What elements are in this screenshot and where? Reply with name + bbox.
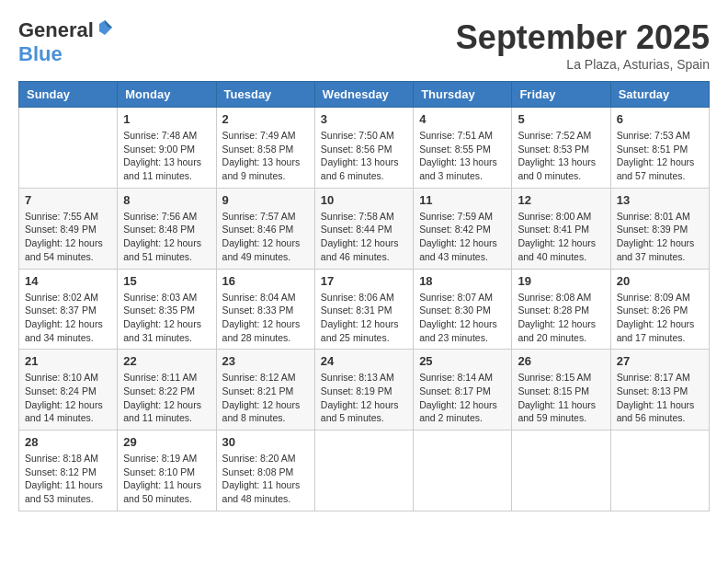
logo-blue: Blue (18, 42, 63, 65)
calendar-cell: 22Sunrise: 8:11 AM Sunset: 8:22 PM Dayli… (118, 350, 216, 431)
calendar-cell: 28Sunrise: 8:18 AM Sunset: 8:12 PM Dayli… (19, 431, 118, 511)
day-info: Sunrise: 8:20 AM Sunset: 8:08 PM Dayligh… (222, 452, 309, 506)
day-number: 7 (25, 193, 111, 207)
day-info: Sunrise: 8:06 AM Sunset: 8:31 PM Dayligh… (321, 291, 407, 345)
header-wednesday: Wednesday (314, 82, 413, 108)
day-number: 18 (419, 274, 506, 288)
day-info: Sunrise: 8:09 AM Sunset: 8:26 PM Dayligh… (617, 291, 703, 345)
calendar-cell: 18Sunrise: 8:07 AM Sunset: 8:30 PM Dayli… (414, 269, 512, 350)
logo-general: General (18, 18, 94, 41)
day-info: Sunrise: 7:50 AM Sunset: 8:56 PM Dayligh… (321, 129, 407, 183)
day-info: Sunrise: 8:18 AM Sunset: 8:12 PM Dayligh… (25, 452, 111, 506)
calendar-cell: 13Sunrise: 8:01 AM Sunset: 8:39 PM Dayli… (610, 188, 709, 269)
day-info: Sunrise: 8:02 AM Sunset: 8:37 PM Dayligh… (25, 291, 111, 345)
calendar-cell: 5Sunrise: 7:52 AM Sunset: 8:53 PM Daylig… (512, 108, 610, 189)
day-info: Sunrise: 8:03 AM Sunset: 8:35 PM Dayligh… (123, 291, 210, 345)
day-info: Sunrise: 8:19 AM Sunset: 8:10 PM Dayligh… (123, 452, 210, 506)
day-number: 11 (419, 193, 506, 207)
header: General Blue September 2025 La Plaza, As… (18, 18, 710, 72)
day-info: Sunrise: 7:59 AM Sunset: 8:42 PM Dayligh… (419, 210, 506, 264)
calendar-cell: 30Sunrise: 8:20 AM Sunset: 8:08 PM Dayli… (216, 431, 314, 511)
calendar-cell: 27Sunrise: 8:17 AM Sunset: 8:13 PM Dayli… (610, 350, 709, 431)
calendar-cell: 23Sunrise: 8:12 AM Sunset: 8:21 PM Dayli… (216, 350, 314, 431)
header-saturday: Saturday (610, 82, 709, 108)
calendar-cell: 2Sunrise: 7:49 AM Sunset: 8:58 PM Daylig… (216, 108, 314, 189)
week-row-5: 28Sunrise: 8:18 AM Sunset: 8:12 PM Dayli… (19, 431, 710, 511)
day-info: Sunrise: 7:51 AM Sunset: 8:55 PM Dayligh… (419, 129, 506, 183)
day-info: Sunrise: 7:53 AM Sunset: 8:51 PM Dayligh… (617, 129, 703, 183)
calendar-cell: 20Sunrise: 8:09 AM Sunset: 8:26 PM Dayli… (610, 269, 709, 350)
calendar-cell (414, 431, 512, 511)
calendar-cell: 26Sunrise: 8:15 AM Sunset: 8:15 PM Dayli… (512, 350, 610, 431)
day-info: Sunrise: 8:13 AM Sunset: 8:19 PM Dayligh… (321, 371, 407, 425)
day-number: 5 (518, 112, 604, 126)
location: La Plaza, Asturias, Spain (456, 57, 710, 72)
day-number: 3 (321, 112, 407, 126)
day-number: 15 (123, 274, 210, 288)
day-number: 22 (123, 354, 210, 368)
day-info: Sunrise: 8:01 AM Sunset: 8:39 PM Dayligh… (617, 210, 703, 264)
month-title: September 2025 (456, 18, 710, 57)
day-number: 14 (25, 274, 111, 288)
day-info: Sunrise: 8:10 AM Sunset: 8:24 PM Dayligh… (25, 371, 111, 425)
calendar-table: SundayMondayTuesdayWednesdayThursdayFrid… (18, 81, 710, 511)
calendar-cell: 21Sunrise: 8:10 AM Sunset: 8:24 PM Dayli… (19, 350, 118, 431)
day-info: Sunrise: 8:11 AM Sunset: 8:22 PM Dayligh… (123, 371, 210, 425)
calendar-cell (512, 431, 610, 511)
header-monday: Monday (118, 82, 216, 108)
header-sunday: Sunday (19, 82, 118, 108)
day-number: 6 (617, 112, 703, 126)
day-number: 26 (518, 354, 604, 368)
day-info: Sunrise: 7:55 AM Sunset: 8:49 PM Dayligh… (25, 210, 111, 264)
day-number: 8 (123, 193, 210, 207)
calendar-cell: 6Sunrise: 7:53 AM Sunset: 8:51 PM Daylig… (610, 108, 709, 189)
calendar-cell: 25Sunrise: 8:14 AM Sunset: 8:17 PM Dayli… (414, 350, 512, 431)
day-info: Sunrise: 8:08 AM Sunset: 8:28 PM Dayligh… (518, 291, 604, 345)
day-number: 19 (518, 274, 604, 288)
day-number: 24 (321, 354, 407, 368)
calendar-cell: 4Sunrise: 7:51 AM Sunset: 8:55 PM Daylig… (414, 108, 512, 189)
day-info: Sunrise: 7:57 AM Sunset: 8:46 PM Dayligh… (222, 210, 309, 264)
calendar-cell: 1Sunrise: 7:48 AM Sunset: 9:00 PM Daylig… (118, 108, 216, 189)
logo-icon (96, 18, 114, 37)
day-info: Sunrise: 8:12 AM Sunset: 8:21 PM Dayligh… (222, 371, 309, 425)
day-info: Sunrise: 7:49 AM Sunset: 8:58 PM Dayligh… (222, 129, 309, 183)
calendar-cell: 3Sunrise: 7:50 AM Sunset: 8:56 PM Daylig… (314, 108, 413, 189)
calendar-cell: 10Sunrise: 7:58 AM Sunset: 8:44 PM Dayli… (314, 188, 413, 269)
day-number: 12 (518, 193, 604, 207)
calendar-cell: 16Sunrise: 8:04 AM Sunset: 8:33 PM Dayli… (216, 269, 314, 350)
calendar-cell: 29Sunrise: 8:19 AM Sunset: 8:10 PM Dayli… (118, 431, 216, 511)
day-number: 10 (321, 193, 407, 207)
day-number: 27 (617, 354, 703, 368)
title-block: September 2025 La Plaza, Asturias, Spain (456, 18, 710, 72)
day-info: Sunrise: 7:56 AM Sunset: 8:48 PM Dayligh… (123, 210, 210, 264)
day-number: 21 (25, 354, 111, 368)
day-number: 28 (25, 435, 111, 449)
day-info: Sunrise: 8:04 AM Sunset: 8:33 PM Dayligh… (222, 291, 309, 345)
week-row-4: 21Sunrise: 8:10 AM Sunset: 8:24 PM Dayli… (19, 350, 710, 431)
week-row-3: 14Sunrise: 8:02 AM Sunset: 8:37 PM Dayli… (19, 269, 710, 350)
calendar-cell (19, 108, 118, 189)
day-number: 2 (222, 112, 309, 126)
day-number: 9 (222, 193, 309, 207)
calendar-cell: 17Sunrise: 8:06 AM Sunset: 8:31 PM Dayli… (314, 269, 413, 350)
day-info: Sunrise: 8:17 AM Sunset: 8:13 PM Dayligh… (617, 371, 703, 425)
day-info: Sunrise: 7:48 AM Sunset: 9:00 PM Dayligh… (123, 129, 210, 183)
day-number: 13 (617, 193, 703, 207)
day-number: 1 (123, 112, 210, 126)
calendar-cell: 24Sunrise: 8:13 AM Sunset: 8:19 PM Dayli… (314, 350, 413, 431)
day-number: 29 (123, 435, 210, 449)
day-number: 20 (617, 274, 703, 288)
calendar-cell: 12Sunrise: 8:00 AM Sunset: 8:41 PM Dayli… (512, 188, 610, 269)
day-info: Sunrise: 8:15 AM Sunset: 8:15 PM Dayligh… (518, 371, 604, 425)
week-row-2: 7Sunrise: 7:55 AM Sunset: 8:49 PM Daylig… (19, 188, 710, 269)
calendar-cell (610, 431, 709, 511)
day-number: 17 (321, 274, 407, 288)
header-friday: Friday (512, 82, 610, 108)
calendar-body: 1Sunrise: 7:48 AM Sunset: 9:00 PM Daylig… (19, 108, 710, 511)
day-number: 23 (222, 354, 309, 368)
day-info: Sunrise: 8:07 AM Sunset: 8:30 PM Dayligh… (419, 291, 506, 345)
day-info: Sunrise: 7:58 AM Sunset: 8:44 PM Dayligh… (321, 210, 407, 264)
calendar-cell: 19Sunrise: 8:08 AM Sunset: 8:28 PM Dayli… (512, 269, 610, 350)
day-info: Sunrise: 8:00 AM Sunset: 8:41 PM Dayligh… (518, 210, 604, 264)
